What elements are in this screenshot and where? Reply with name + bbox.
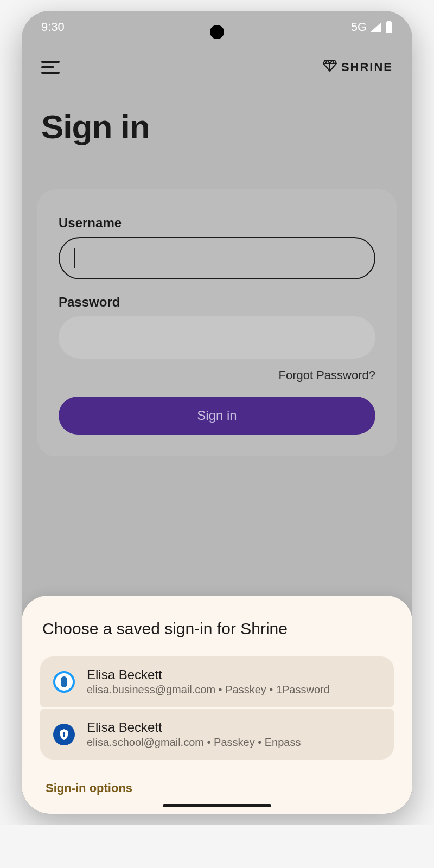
password-block: Password xyxy=(59,295,375,359)
battery-icon xyxy=(385,21,393,34)
credential-item[interactable]: Elisa Beckett elisa.business@gmail.com •… xyxy=(40,656,394,707)
enpass-icon xyxy=(53,724,75,745)
username-label: Username xyxy=(59,215,375,231)
gesture-bar[interactable] xyxy=(163,804,271,807)
1password-icon xyxy=(53,671,75,693)
signin-options-link[interactable]: Sign-in options xyxy=(46,781,132,795)
diamond-icon xyxy=(323,60,337,75)
credential-detail: elisa.business@gmail.com • Passkey • 1Pa… xyxy=(87,684,381,696)
password-label: Password xyxy=(59,295,375,310)
app-header: SHRINE xyxy=(22,43,412,86)
credential-item[interactable]: Elisa Beckett elisa.school@gmail.com • P… xyxy=(40,709,394,760)
svg-rect-1 xyxy=(386,22,392,33)
forgot-password-link[interactable]: Forgot Password? xyxy=(278,368,375,382)
menu-icon[interactable] xyxy=(41,61,60,74)
svg-rect-0 xyxy=(387,21,391,22)
status-right: 5G xyxy=(351,20,393,34)
phone-frame: 9:30 5G SHRINE Sign in xyxy=(22,11,412,814)
username-input[interactable] xyxy=(59,237,375,279)
credential-list: Elisa Beckett elisa.business@gmail.com •… xyxy=(40,656,394,760)
page-title: Sign in xyxy=(22,86,412,189)
brand-logo: SHRINE xyxy=(323,60,393,75)
credential-name: Elisa Beckett xyxy=(87,667,381,682)
credential-name: Elisa Beckett xyxy=(87,720,381,735)
svg-rect-3 xyxy=(63,734,65,737)
credential-detail: elisa.school@gmail.com • Passkey • Enpas… xyxy=(87,736,381,749)
signal-icon xyxy=(370,22,382,33)
brand-name: SHRINE xyxy=(341,60,393,74)
password-input[interactable] xyxy=(59,316,375,359)
username-block: Username xyxy=(59,215,375,279)
signin-form: Username Password Forgot Password? Sign … xyxy=(37,189,397,456)
credential-picker-sheet: Choose a saved sign-in for Shrine Elisa … xyxy=(22,596,412,814)
signin-button[interactable]: Sign in xyxy=(59,397,375,435)
sheet-title: Choose a saved sign-in for Shrine xyxy=(40,620,394,638)
status-time: 9:30 xyxy=(41,20,65,34)
status-network: 5G xyxy=(351,20,367,34)
camera-notch xyxy=(210,25,224,39)
